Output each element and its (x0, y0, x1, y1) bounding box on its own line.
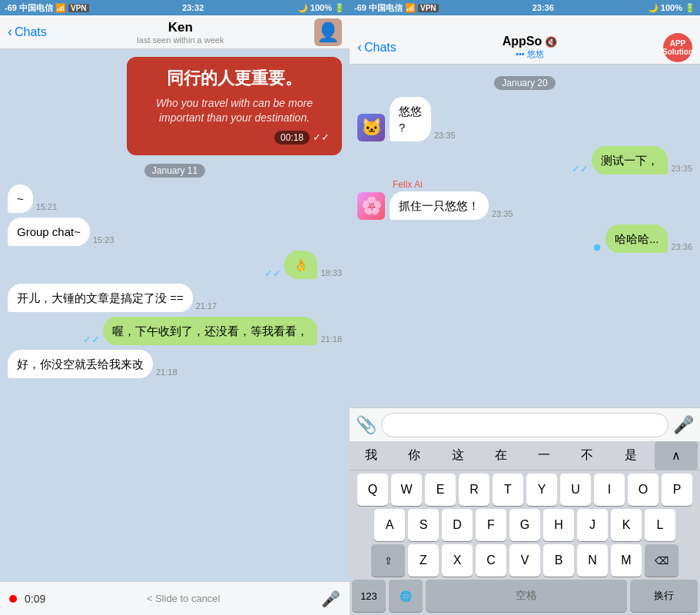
attachment-icon[interactable]: 📎 (356, 415, 377, 435)
message-time: 23:36 (671, 242, 692, 251)
left-nav-title: Ken last seen within a week (47, 20, 314, 45)
keyboard: Q W E R T Y U I O P A S D F G H J K L ⇧ … (350, 470, 700, 615)
key-o[interactable]: O (628, 474, 659, 506)
message-ticks: ✓✓ (572, 163, 589, 175)
message-ticks: ✓✓ (264, 268, 281, 279)
right-status-bar: -69 中国电信 📶 VPN 23:36 🌙 100% 🔋 (350, 0, 700, 15)
quick-key-zhe[interactable]: 这 (436, 441, 479, 470)
quick-key-zai[interactable]: 在 (479, 441, 523, 470)
shift-key[interactable]: ⇧ (371, 544, 405, 577)
key-j[interactable]: J (577, 509, 608, 541)
keyboard-row-3: ⇧ Z X C V B N M ⌫ (352, 544, 698, 577)
key-l[interactable]: L (645, 509, 675, 541)
key-t[interactable]: T (493, 474, 523, 506)
right-contact-avatar[interactable]: APPSolution (663, 33, 692, 62)
message-time: 21:18 (320, 334, 342, 344)
key-n[interactable]: N (577, 544, 608, 577)
key-x[interactable]: X (442, 544, 473, 577)
bubble-meta: 悠悠 ? 23:35 (390, 97, 456, 141)
bubble-meta: 好，你没空就丢给我来改 21:18 (8, 350, 177, 378)
message-text: 哈哈哈... (615, 232, 659, 245)
left-back-button[interactable]: ‹ Chats (8, 24, 47, 40)
left-back-label[interactable]: Chats (15, 25, 47, 39)
date-divider-jan20: January 20 (357, 75, 692, 89)
right-wifi-icon: 📶 (405, 3, 416, 13)
key-k[interactable]: K (611, 509, 642, 541)
quick-input-row: 我 你 这 在 一 不 是 ∧ (350, 441, 700, 470)
left-chat-area: 同行的人更重要。 Who you travel with can be more… (0, 49, 350, 581)
key-u[interactable]: U (560, 474, 591, 506)
right-chat-subtitle: ••• 悠悠 (396, 48, 663, 60)
quick-key-wo[interactable]: 我 (350, 441, 393, 470)
bubble-meta: 测试一下， 23:35 ✓✓ (572, 146, 692, 175)
key-g[interactable]: G (509, 509, 540, 541)
message-bubble: 👌 (284, 251, 317, 279)
right-back-button[interactable]: ‹ Chats (357, 39, 396, 55)
table-row: 开儿，大锤的文章是搞定了没 == 21:17 (8, 284, 342, 312)
key-w[interactable]: W (391, 474, 422, 506)
right-battery: 100% (661, 3, 682, 12)
right-nav-title: AppSo 🔇 ••• 悠悠 (396, 35, 663, 60)
delete-key[interactable]: ⌫ (645, 544, 678, 577)
key-h[interactable]: H (543, 509, 574, 541)
right-back-label[interactable]: Chats (364, 41, 396, 55)
left-vpn-badge: VPN (68, 4, 89, 12)
right-status-left: -69 中国电信 📶 VPN (354, 2, 439, 14)
left-status-right: 🌙 100% 🔋 (297, 3, 345, 13)
quick-key-bu[interactable]: 不 (566, 441, 609, 470)
message-text: 👌 (294, 258, 308, 271)
right-battery-icon: 🔋 (685, 3, 695, 13)
image-message: 同行的人更重要。 Who you travel with can be more… (127, 57, 342, 155)
key-z[interactable]: Z (408, 544, 439, 577)
key-r[interactable]: R (459, 474, 489, 506)
bubble-meta: 开儿，大锤的文章是搞定了没 == 21:17 (8, 284, 217, 312)
key-e[interactable]: E (425, 474, 456, 506)
key-c[interactable]: C (476, 544, 506, 577)
quick-key-yi[interactable]: 一 (523, 441, 566, 470)
mute-icon: 🔇 (545, 36, 557, 48)
message-bubble: 测试一下， (592, 146, 668, 175)
right-chat-name: AppSo 🔇 (396, 35, 663, 48)
key-d[interactable]: D (442, 509, 473, 541)
left-contact-avatar[interactable]: 👤 (314, 18, 342, 46)
left-nav-bar: ‹ Chats Ken last seen within a week 👤 (0, 15, 350, 49)
key-i[interactable]: I (594, 474, 625, 506)
key-p[interactable]: P (662, 474, 692, 506)
input-toolbar: 📎 🎤 (350, 407, 700, 441)
key-f[interactable]: F (476, 509, 506, 541)
message-bubble: 喔，下午收到了，还没看，等我看看， (103, 317, 317, 345)
date-divider-jan11: January 11 (8, 163, 342, 177)
key-v[interactable]: V (509, 544, 540, 577)
left-wifi-icon: 📶 (55, 3, 66, 13)
space-key[interactable]: 空格 (426, 580, 627, 612)
key-s[interactable]: S (408, 509, 439, 541)
return-key[interactable]: 换行 (630, 580, 698, 612)
message-time: 21:18 (156, 367, 177, 377)
left-chevron-icon: ‹ (8, 24, 12, 40)
left-moon-icon: 🌙 (297, 3, 308, 13)
message-time: 15:23 (93, 235, 114, 244)
table-row: 🐱 悠悠 ? 23:35 (357, 97, 692, 141)
message-input[interactable] (381, 413, 668, 437)
microphone-icon[interactable]: 🎤 (673, 415, 694, 435)
numbers-key[interactable]: 123 (352, 580, 386, 612)
key-a[interactable]: A (374, 509, 405, 541)
key-q[interactable]: Q (357, 474, 388, 506)
key-b[interactable]: B (543, 544, 574, 577)
globe-key[interactable]: 🌐 (389, 580, 423, 612)
youyou-avatar: 🐱 (357, 114, 385, 141)
table-row: 👌 18:33 ✓✓ (8, 251, 342, 279)
microphone-icon[interactable]: 🎤 (321, 590, 340, 608)
image-ticks: ✓✓ (313, 131, 330, 143)
video-timer: 00:18 (274, 131, 310, 145)
right-chat-area: January 20 🐱 悠悠 ? 23:35 测试一下， 23:35 ✓✓ (350, 65, 700, 407)
bubble-meta: Group chat~ 15:23 (8, 218, 114, 246)
key-m[interactable]: M (611, 544, 642, 577)
table-row: 哈哈哈... 23:36 ⏺ (357, 224, 692, 253)
left-battery: 100% (310, 3, 332, 12)
quick-key-shi[interactable]: 是 (609, 441, 652, 470)
key-y[interactable]: Y (526, 474, 557, 506)
quick-key-ni[interactable]: 你 (393, 441, 436, 470)
quick-key-expand[interactable]: ∧ (655, 441, 698, 470)
message-bubble: 哈哈哈... (605, 224, 668, 253)
